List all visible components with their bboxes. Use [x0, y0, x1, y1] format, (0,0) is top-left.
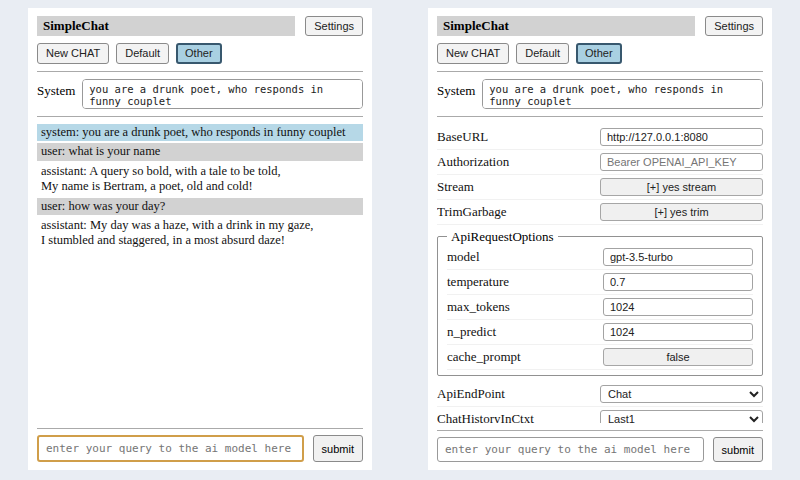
setting-row-chathistoryinctxt: ChatHistoryInCtxt Last1 [437, 407, 763, 423]
submit-button[interactable]: submit [713, 437, 763, 462]
baseurl-label: BaseURL [437, 129, 488, 145]
divider [37, 71, 363, 72]
settings-button[interactable]: Settings [705, 16, 763, 36]
divider [437, 71, 763, 72]
setting-row-baseurl: BaseURL [437, 125, 763, 150]
setting-row-apiendpoint: ApiEndPoint Chat [437, 382, 763, 407]
divider [37, 116, 363, 117]
query-row: submit [437, 437, 763, 462]
new-chat-button[interactable]: New CHAT [437, 43, 509, 63]
setting-row-temperature: temperature [447, 270, 753, 295]
trimgarbage-toggle-button[interactable]: [+] yes trim [600, 203, 763, 221]
cache-prompt-label: cache_prompt [447, 349, 521, 365]
app-title: SimpleChat [37, 16, 295, 36]
temperature-input[interactable] [603, 273, 753, 291]
tab-other[interactable]: Other [576, 43, 622, 63]
submit-button[interactable]: submit [313, 435, 363, 462]
system-prompt-row: System you are a drunk poet, who respond… [37, 79, 363, 109]
baseurl-input[interactable] [600, 128, 763, 146]
system-prompt-input[interactable]: you are a drunk poet, who responds in fu… [82, 79, 363, 109]
chat-message-user: user: how was your day? [37, 198, 363, 216]
chat-message-system: system: you are a drunk poet, who respon… [37, 124, 363, 142]
chat-message-list: system: you are a drunk poet, who respon… [37, 124, 363, 421]
apiendpoint-label: ApiEndPoint [437, 386, 505, 402]
query-input[interactable] [37, 435, 304, 462]
temperature-label: temperature [447, 274, 509, 290]
query-row: submit [37, 435, 363, 462]
system-prompt-row: System you are a drunk poet, who respond… [437, 79, 763, 109]
chat-toolbar: New CHAT Default Other [37, 43, 363, 63]
model-label: model [447, 249, 480, 265]
trimgarbage-label: TrimGarbage [437, 204, 507, 220]
setting-row-trimgarbage: TrimGarbage [+] yes trim [437, 200, 763, 225]
setting-row-n-predict: n_predict [447, 320, 753, 345]
divider [437, 430, 763, 431]
query-input[interactable] [437, 437, 704, 462]
settings-form: BaseURL Authorization Stream [+] yes str… [437, 125, 763, 423]
app-title: SimpleChat [437, 16, 695, 36]
system-label: System [437, 79, 475, 99]
api-request-options-group: ApiRequestOptions model temperature max_… [437, 229, 763, 376]
system-label: System [37, 79, 75, 99]
authorization-label: Authorization [437, 154, 509, 170]
cache-prompt-toggle-button[interactable]: false [603, 348, 753, 366]
apiendpoint-select[interactable]: Chat [600, 385, 763, 403]
tab-default[interactable]: Default [116, 43, 169, 63]
chat-panel-header: SimpleChat Settings [37, 16, 363, 36]
stream-label: Stream [437, 179, 474, 195]
new-chat-button[interactable]: New CHAT [37, 43, 109, 63]
settings-panel: SimpleChat Settings New CHAT Default Oth… [428, 8, 772, 470]
max-tokens-label: max_tokens [447, 299, 510, 315]
setting-row-max-tokens: max_tokens [447, 295, 753, 320]
settings-panel-header: SimpleChat Settings [437, 16, 763, 36]
n-predict-input[interactable] [603, 323, 753, 341]
chat-message-assistant: assistant: My day was a haze, with a dri… [37, 217, 363, 250]
tab-other[interactable]: Other [176, 43, 222, 63]
tab-default[interactable]: Default [516, 43, 569, 63]
setting-row-model: model [447, 245, 753, 270]
max-tokens-input[interactable] [603, 298, 753, 316]
api-request-options-legend: ApiRequestOptions [447, 229, 558, 245]
chat-message-assistant: assistant: A query so bold, with a tale … [37, 163, 363, 196]
chathistoryinctxt-select[interactable]: Last1 [600, 410, 763, 423]
setting-row-cache-prompt: cache_prompt false [447, 345, 753, 370]
n-predict-label: n_predict [447, 324, 496, 340]
model-input[interactable] [603, 248, 753, 266]
settings-toolbar: New CHAT Default Other [437, 43, 763, 63]
divider [437, 116, 763, 117]
divider [37, 428, 363, 429]
system-prompt-input[interactable]: you are a drunk poet, who responds in fu… [482, 79, 763, 109]
authorization-input[interactable] [600, 153, 763, 171]
chat-panel: SimpleChat Settings New CHAT Default Oth… [28, 8, 372, 470]
chat-message-user: user: what is your name [37, 143, 363, 161]
stream-toggle-button[interactable]: [+] yes stream [600, 178, 763, 196]
setting-row-authorization: Authorization [437, 150, 763, 175]
setting-row-stream: Stream [+] yes stream [437, 175, 763, 200]
settings-button[interactable]: Settings [305, 16, 363, 36]
chathistoryinctxt-label: ChatHistoryInCtxt [437, 411, 534, 423]
